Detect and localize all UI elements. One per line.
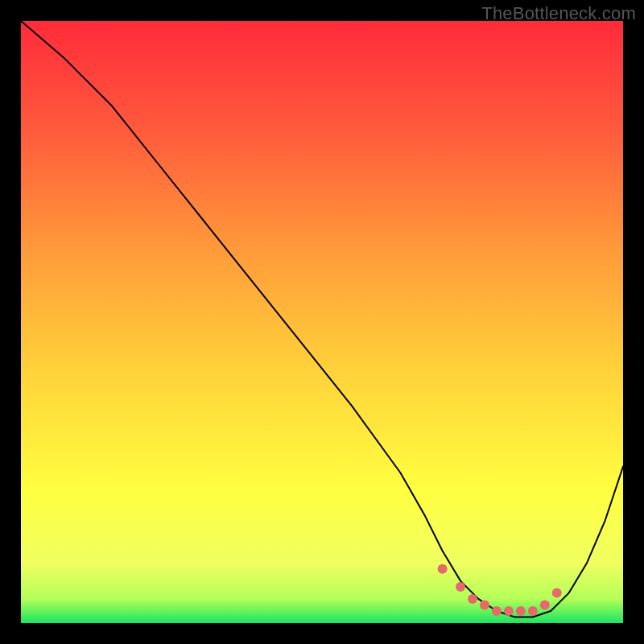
highlight-dot <box>552 588 562 598</box>
highlight-dot <box>468 594 477 604</box>
highlight-dot <box>492 606 502 616</box>
highlight-dot <box>438 564 448 574</box>
highlight-dot <box>528 606 538 616</box>
highlight-dot <box>516 606 526 616</box>
highlight-dot <box>540 601 550 610</box>
highlight-dot <box>480 601 489 610</box>
chart-frame: TheBottleneck.com <box>0 0 644 644</box>
watermark-text: TheBottleneck.com <box>481 3 636 24</box>
highlight-dot <box>504 606 514 616</box>
bottleneck-chart <box>21 21 623 623</box>
chart-background <box>21 21 623 623</box>
highlight-dot <box>456 582 465 592</box>
